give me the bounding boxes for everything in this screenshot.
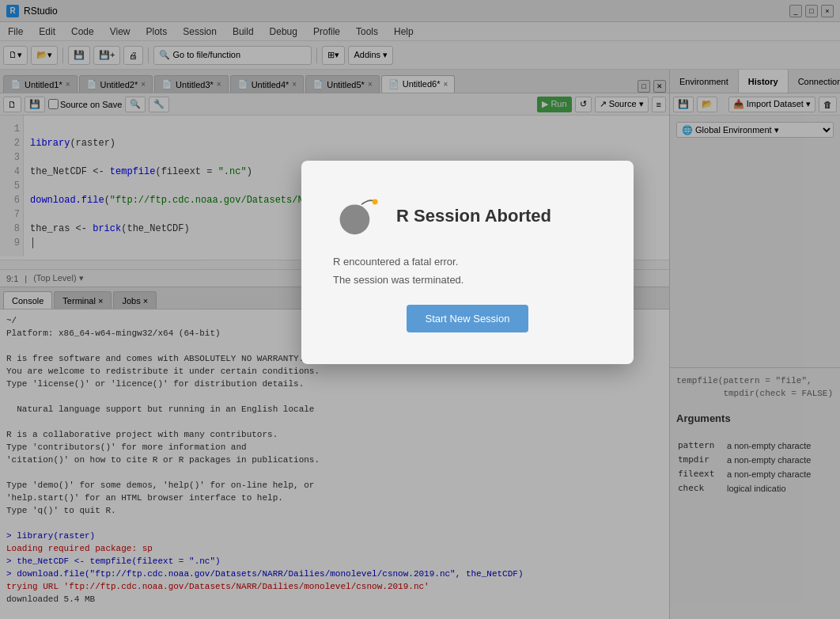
modal-body: R encountered a fatal error. The session… bbox=[333, 256, 602, 286]
modal-header: R Session Aborted bbox=[333, 192, 602, 240]
modal-overlay: R Session Aborted R encountered a fatal … bbox=[0, 0, 840, 619]
svg-point-1 bbox=[340, 204, 370, 234]
modal-error-msg: R encountered a fatal error. bbox=[333, 256, 602, 268]
session-aborted-modal: R Session Aborted R encountered a fatal … bbox=[301, 161, 634, 364]
modal-title: R Session Aborted bbox=[396, 206, 551, 226]
modal-session-msg: The session was terminated. bbox=[333, 274, 602, 286]
start-new-session-btn[interactable]: Start New Session bbox=[407, 305, 529, 332]
svg-point-0 bbox=[373, 199, 378, 204]
bomb-icon bbox=[333, 192, 380, 240]
